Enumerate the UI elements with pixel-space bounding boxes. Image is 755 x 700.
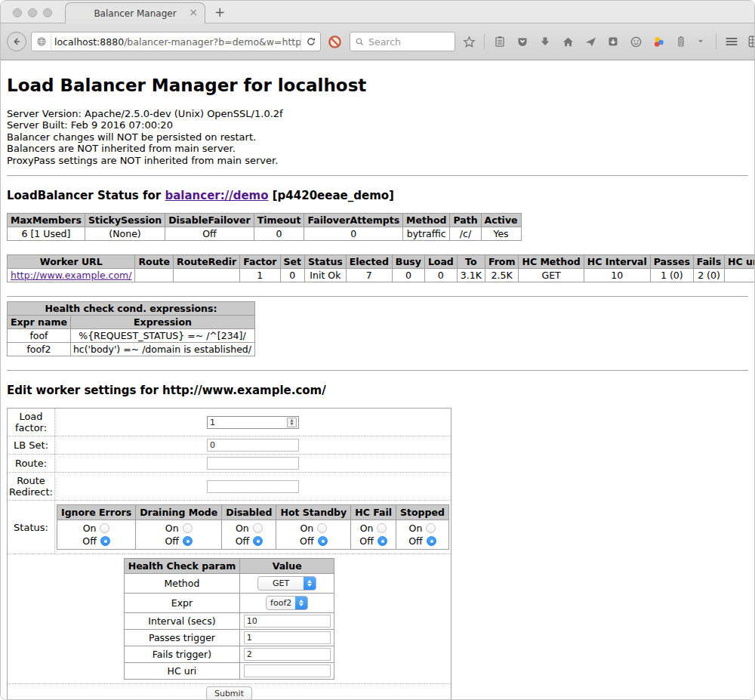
menu-icon (725, 35, 738, 48)
balancer-cell: /c/ (450, 227, 481, 241)
table-row: 6 [1 Used](None)Off00bytraffic/c/Yes (8, 227, 522, 241)
balancer-column-header: Timeout (254, 214, 304, 227)
balancer-demo-link[interactable]: balancer://demo (165, 189, 268, 202)
emoji-extension-button[interactable] (627, 32, 645, 51)
radio-option: Off (280, 535, 347, 547)
worker-column-header: HC Method (519, 255, 584, 269)
status-on-radio[interactable] (426, 523, 436, 533)
radio-label: Off (82, 535, 96, 547)
search-bar[interactable]: Search (350, 32, 455, 51)
worker-cell: Init Ok (305, 269, 347, 282)
status-radio-table: Ignore ErrorsDraining ModeDisabledHot St… (57, 504, 449, 550)
worker-cell: 1 (0) (650, 269, 693, 282)
reload-icon (306, 36, 316, 47)
back-button[interactable] (7, 32, 26, 51)
fails-trigger-input[interactable] (244, 648, 331, 661)
status-on-radio[interactable] (183, 523, 193, 533)
worker-url-link[interactable]: http://www.example.com/ (11, 270, 131, 281)
status-off-radio[interactable] (183, 536, 193, 546)
tiles-extension-button[interactable] (745, 32, 755, 51)
status-off-radio[interactable] (378, 536, 387, 546)
worker-column-header: Fails (693, 255, 724, 269)
hc-value-cell (240, 663, 334, 680)
radio-option: Off (61, 535, 131, 547)
status-column-header: Hot Standby (276, 505, 351, 520)
radio-option: On (61, 522, 131, 535)
health-check-param-table: Health Check paramValueMethodGETExprfoof… (124, 558, 335, 680)
pocket-button[interactable] (513, 32, 532, 51)
edit-worker-form: Load factor:▲▼LB Set:Route:Route Redirec… (7, 408, 451, 699)
status-on-radio[interactable] (100, 523, 109, 533)
content-blocker-button[interactable] (325, 32, 344, 51)
status-row: Status: Ignore ErrorsDraining ModeDisabl… (8, 500, 451, 554)
overflow-caret-button[interactable] (692, 32, 710, 51)
window-zoom-button[interactable] (43, 8, 52, 17)
hc-param-label: HC uri (124, 663, 240, 680)
home-button[interactable] (559, 32, 577, 51)
status-off-radio[interactable] (100, 536, 110, 546)
status-radio-row: OnOffOnOffOnOffOnOffOnOffOnOff (57, 520, 449, 550)
hc-param-label: Interval (secs) (124, 613, 240, 630)
route-redirect-input[interactable] (207, 480, 299, 493)
radio-option: On (280, 522, 347, 535)
back-icon (11, 36, 22, 47)
passes-trigger-input[interactable] (244, 631, 331, 644)
new-tab-button[interactable]: + (214, 6, 225, 19)
interval-secs-input[interactable] (244, 615, 331, 628)
balancer-status-table: MaxMembersStickySessionDisableFailoverTi… (7, 213, 522, 241)
hc-value-cell (240, 630, 334, 646)
hc-value-cell: GET (240, 574, 334, 594)
colors-icon (652, 35, 665, 48)
route-input[interactable] (207, 457, 299, 470)
status-on-radio[interactable] (253, 523, 263, 533)
status-off-radio[interactable] (253, 536, 263, 546)
method-select[interactable]: GET (257, 576, 316, 591)
home-icon (562, 35, 575, 48)
url-bar[interactable]: localhost:8880/balancer-manager?b=demo&w… (31, 32, 321, 51)
status-off-radio[interactable] (427, 536, 436, 546)
expr-select[interactable]: foof2 (266, 596, 308, 610)
bookmark-star-button[interactable] (460, 32, 478, 51)
tab-balancer-manager[interactable]: Balancer Manager × (65, 2, 205, 23)
field-control-cell: ▲▼ (55, 409, 451, 436)
status-radio-cell: OnOff (136, 520, 222, 550)
url-text[interactable]: localhost:8880/balancer-manager?b=demo&w… (51, 36, 300, 48)
reading-list-button[interactable] (491, 32, 509, 51)
menu-button[interactable] (723, 32, 741, 51)
download-box-button[interactable] (604, 32, 622, 51)
balancer-cell: (None) (85, 227, 165, 241)
status-on-radio[interactable] (377, 523, 387, 533)
submit-button[interactable]: Submit (206, 686, 252, 699)
worker-column-header: Worker URL (8, 255, 135, 269)
select-value: GET (258, 577, 304, 590)
colors-extension-button[interactable] (649, 32, 667, 51)
worker-column-header: Factor (240, 255, 280, 269)
balancer-cell: Off (165, 227, 254, 241)
radio-label: Off (359, 535, 373, 547)
field-control-cell (55, 454, 451, 472)
number-spinner-icon[interactable]: ▲▼ (287, 418, 297, 427)
balancer-column-header: Path (450, 214, 481, 227)
window-minimize-button[interactable] (28, 8, 37, 17)
tab-close-icon[interactable]: × (189, 7, 198, 17)
worker-column-header: From (485, 255, 519, 269)
status-off-radio[interactable] (318, 536, 328, 546)
browser-window: Balancer Manager × + localhost:8880/bala… (0, 0, 755, 700)
lb-set-input[interactable] (207, 439, 299, 452)
expr-value-cell: hc('body') =~ /domain is established/ (70, 343, 254, 356)
reload-button[interactable] (300, 32, 320, 51)
radio-option: Off (226, 535, 272, 547)
downloads-button[interactable] (536, 32, 554, 51)
load-factor-input[interactable] (207, 416, 299, 429)
site-identity-button[interactable] (32, 32, 51, 51)
worker-status-table: Worker URLRouteRouteRedirFactorSetStatus… (7, 254, 754, 282)
window-close-button[interactable] (13, 8, 22, 17)
form-field-row: Route: (8, 454, 451, 472)
status-on-radio[interactable] (317, 523, 327, 533)
battery-extension-button[interactable] (672, 32, 690, 51)
table-row: Fails trigger) (124, 646, 334, 663)
server-info: Server Version: Apache/2.5.0-dev (Unix) … (7, 108, 748, 166)
worker-column-header: Load (424, 255, 457, 269)
send-tab-button[interactable] (581, 32, 599, 51)
hc-uri-input[interactable] (244, 665, 331, 677)
